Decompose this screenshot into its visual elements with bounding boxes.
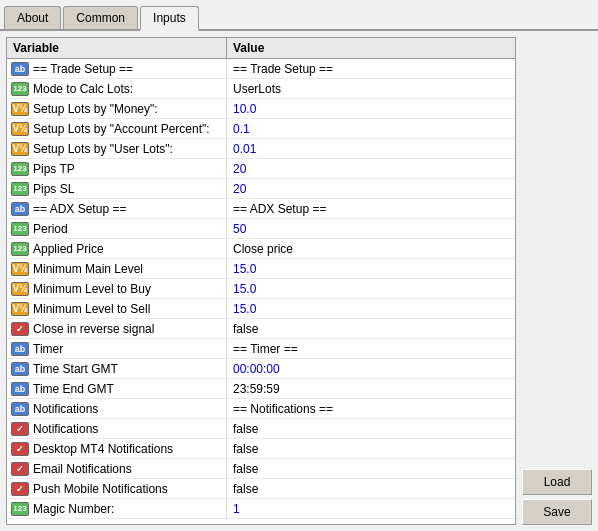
type-icon-bool: ✓ [11, 482, 29, 496]
type-icon-123: 123 [11, 82, 29, 96]
type-icon-ab: ab [11, 202, 29, 216]
cell-value-5: 20 [227, 159, 515, 178]
table-row[interactable]: ✓Desktop MT4 Notificationsfalse [7, 439, 515, 459]
cell-value-15: 00:00:00 [227, 359, 515, 378]
table-row[interactable]: ✓Notificationsfalse [7, 419, 515, 439]
cell-variable-1: 123Mode to Calc Lots: [7, 79, 227, 98]
cell-variable-13: ✓Close in reverse signal [7, 319, 227, 338]
table-row[interactable]: ab== Trade Setup ==== Trade Setup == [7, 59, 515, 79]
cell-variable-14: abTimer [7, 339, 227, 358]
var-label: Period [33, 222, 68, 236]
type-icon-bool: ✓ [11, 322, 29, 336]
table-row[interactable]: V½Setup Lots by "Money":10.0 [7, 99, 515, 119]
tab-inputs[interactable]: Inputs [140, 6, 199, 31]
cell-value-17: == Notifications == [227, 399, 515, 418]
cell-variable-2: V½Setup Lots by "Money": [7, 99, 227, 118]
cell-variable-8: 123Period [7, 219, 227, 238]
cell-value-4: 0.01 [227, 139, 515, 158]
cell-value-21: false [227, 479, 515, 498]
var-label: Timer [33, 342, 63, 356]
var-label: Minimum Level to Buy [33, 282, 151, 296]
cell-value-10: 15.0 [227, 259, 515, 278]
type-icon-123: 123 [11, 502, 29, 516]
var-label: Applied Price [33, 242, 104, 256]
var-label: Notifications [33, 402, 98, 416]
table-row[interactable]: V½Setup Lots by "Account Percent":0.1 [7, 119, 515, 139]
table-row[interactable]: abTimer== Timer == [7, 339, 515, 359]
table-row[interactable]: V½Minimum Level to Sell15.0 [7, 299, 515, 319]
type-icon-123: 123 [11, 242, 29, 256]
tab-about[interactable]: About [4, 6, 61, 29]
table-row[interactable]: 123Pips SL20 [7, 179, 515, 199]
buttons-panel: Load Save [522, 37, 592, 525]
var-label: Pips SL [33, 182, 74, 196]
var-label: Email Notifications [33, 462, 132, 476]
cell-variable-7: ab== ADX Setup == [7, 199, 227, 218]
type-icon-bool: ✓ [11, 442, 29, 456]
type-icon-ab: ab [11, 402, 29, 416]
type-icon-ab: ab [11, 342, 29, 356]
table-panel: Variable Value ab== Trade Setup ==== Tra… [6, 37, 516, 525]
table-row[interactable]: 123Pips TP20 [7, 159, 515, 179]
table-row[interactable]: abTime Start GMT00:00:00 [7, 359, 515, 379]
type-icon-v: V½ [11, 302, 29, 316]
var-label: Setup Lots by "Account Percent": [33, 122, 210, 136]
var-label: Push Mobile Notifications [33, 482, 168, 496]
type-icon-bool: ✓ [11, 462, 29, 476]
type-icon-123: 123 [11, 162, 29, 176]
cell-value-3: 0.1 [227, 119, 515, 138]
main-window: About Common Inputs Variable Value ab== … [0, 0, 598, 531]
type-icon-123: 123 [11, 222, 29, 236]
cell-variable-3: V½Setup Lots by "Account Percent": [7, 119, 227, 138]
cell-value-18: false [227, 419, 515, 438]
table-row[interactable]: 123Period50 [7, 219, 515, 239]
var-label: Setup Lots by "User Lots": [33, 142, 173, 156]
var-label: Close in reverse signal [33, 322, 154, 336]
save-button[interactable]: Save [522, 499, 592, 525]
cell-variable-18: ✓Notifications [7, 419, 227, 438]
table-row[interactable]: abTime End GMT23:59:59 [7, 379, 515, 399]
var-label: Time Start GMT [33, 362, 118, 376]
cell-value-11: 15.0 [227, 279, 515, 298]
var-label: Minimum Main Level [33, 262, 143, 276]
table-row[interactable]: ✓Push Mobile Notificationsfalse [7, 479, 515, 499]
table-row[interactable]: abNotifications== Notifications == [7, 399, 515, 419]
tab-bar: About Common Inputs [0, 0, 598, 31]
type-icon-bool: ✓ [11, 422, 29, 436]
cell-value-19: false [227, 439, 515, 458]
header-value: Value [227, 38, 515, 58]
table-row[interactable]: 123Magic Number:1 [7, 499, 515, 519]
table-row[interactable]: ab== ADX Setup ==== ADX Setup == [7, 199, 515, 219]
table-row[interactable]: V½Setup Lots by "User Lots":0.01 [7, 139, 515, 159]
table-body[interactable]: ab== Trade Setup ==== Trade Setup ==123M… [7, 59, 515, 524]
table-row[interactable]: V½Minimum Level to Buy15.0 [7, 279, 515, 299]
var-label: Setup Lots by "Money": [33, 102, 158, 116]
type-icon-v: V½ [11, 282, 29, 296]
cell-value-16: 23:59:59 [227, 379, 515, 398]
cell-variable-22: 123Magic Number: [7, 499, 227, 518]
table-row[interactable]: 123Applied PriceClose price [7, 239, 515, 259]
cell-variable-9: 123Applied Price [7, 239, 227, 258]
load-button[interactable]: Load [522, 469, 592, 495]
table-row[interactable]: ✓Close in reverse signalfalse [7, 319, 515, 339]
cell-variable-5: 123Pips TP [7, 159, 227, 178]
type-icon-ab: ab [11, 362, 29, 376]
var-label: == Trade Setup == [33, 62, 133, 76]
cell-variable-12: V½Minimum Level to Sell [7, 299, 227, 318]
tab-common[interactable]: Common [63, 6, 138, 29]
cell-value-14: == Timer == [227, 339, 515, 358]
table-row[interactable]: ✓Email Notificationsfalse [7, 459, 515, 479]
cell-variable-6: 123Pips SL [7, 179, 227, 198]
cell-value-13: false [227, 319, 515, 338]
table-row[interactable]: 123Mode to Calc Lots:UserLots [7, 79, 515, 99]
cell-variable-4: V½Setup Lots by "User Lots": [7, 139, 227, 158]
var-label: Time End GMT [33, 382, 114, 396]
table-row[interactable]: V½Minimum Main Level15.0 [7, 259, 515, 279]
cell-value-2: 10.0 [227, 99, 515, 118]
cell-variable-17: abNotifications [7, 399, 227, 418]
type-icon-123: 123 [11, 182, 29, 196]
cell-value-0: == Trade Setup == [227, 59, 515, 78]
cell-variable-10: V½Minimum Main Level [7, 259, 227, 278]
cell-value-12: 15.0 [227, 299, 515, 318]
cell-value-7: == ADX Setup == [227, 199, 515, 218]
